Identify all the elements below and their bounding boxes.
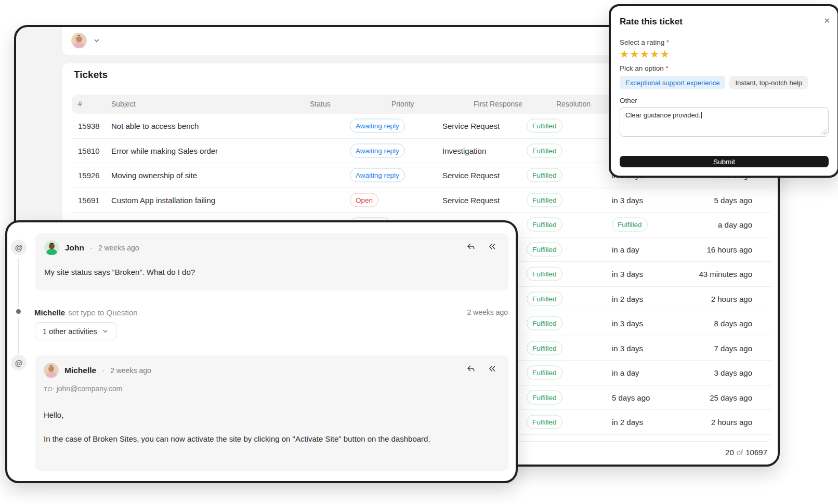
status-badge: Awaiting reply [350,119,405,133]
ticket-modified: 2 hours ago [711,418,752,427]
timeline-line [18,258,19,308]
ticket-modified: 3 days ago [714,368,752,377]
required-asterisk: * [666,38,669,46]
star-icon[interactable]: ★ [640,48,650,60]
first-response-badge: Fulfilled [527,267,562,281]
first-response-badge: Fulfilled [527,316,562,330]
ticket-resolution: in 3 days [612,270,643,278]
ticket-id: 15938 [78,122,100,130]
reply-icon[interactable] [465,363,476,374]
ticket-priority: Service Request [442,171,500,180]
activity-time: 2 weeks ago [467,308,508,316]
user-menu[interactable] [71,33,102,48]
star-icon[interactable]: ★ [650,48,660,60]
pagination-of-label: of [737,448,743,457]
message-time: 2 weeks ago [98,244,139,252]
first-response-badge: Fulfilled [527,119,562,133]
dot-separator: · [90,243,93,252]
column-header[interactable]: Status [310,95,331,114]
message-time: 2 weeks ago [110,366,151,375]
ticket-modified: 16 hours ago [706,245,752,254]
ticket-modified: a day ago [718,220,752,229]
message-greeting: Hello, [44,408,63,422]
activity-author: Michelle [34,308,65,317]
to-label: TO: [44,386,55,392]
ticket-subject: Error while making Sales order [111,146,218,155]
message-card-michelle: Michelle · 2 weeks ago TO: john@company.… [35,355,508,471]
pagination-count: 20 [725,448,734,457]
table-row[interactable]: 15691 Custom App installation failing Op… [72,188,771,213]
recipient-line: TO: john@company.com [44,384,122,393]
conversation-panel: @ John · 2 weeks ago My site sta [5,220,518,483]
modal-title: Rate this ticket [620,16,829,28]
ticket-resolution: Fulfilled [612,218,648,232]
activity-item: Michelle set type to Question 2 weeks ag… [34,306,508,319]
michelle-avatar [44,363,59,378]
ticket-priority: Service Request [442,122,500,130]
first-response-badge: Fulfilled [527,341,562,355]
close-icon[interactable]: ✕ [823,17,830,24]
ticket-resolution: in 2 days [612,294,643,303]
status-badge: Awaiting reply [350,143,405,157]
ticket-id: 15691 [78,195,100,204]
chevron-down-icon [102,328,109,335]
column-header[interactable]: Resolution [556,95,591,114]
status-badge: Awaiting reply [350,168,405,182]
first-response-badge: Fulfilled [527,168,562,182]
ticket-resolution: in a day [612,368,639,377]
to-address: john@company.com [57,384,123,393]
status-badge: Open [350,193,378,207]
option-chip[interactable]: Instant, top-notch help [729,76,808,89]
mention-at-icon: @ [11,240,27,255]
resize-handle-icon[interactable] [821,129,827,135]
message-body: My site status says “Broken”. What do I … [44,266,195,279]
reply-all-icon[interactable] [487,363,497,374]
option-label: Pick an option * [620,64,829,73]
ticket-modified: 25 days ago [710,393,752,402]
text-caret [701,112,702,118]
ticket-resolution: in 3 days [612,195,643,204]
more-activities-button[interactable]: 1 other activities [35,322,116,340]
ticket-priority: Investigation [442,146,486,155]
mention-at-icon: @ [11,355,27,370]
reply-icon[interactable] [465,241,476,251]
activity-action: set type to Question [68,308,137,317]
more-activities-label: 1 other activities [43,327,97,336]
other-textarea[interactable]: Clear guidance provided. [620,107,829,137]
ticket-resolution: in 3 days [612,319,643,328]
star-icon[interactable]: ★ [630,48,639,60]
other-textarea-value: Clear guidance provided. [625,111,701,119]
column-header[interactable]: Subject [111,95,136,114]
column-header[interactable]: Priority [391,95,414,114]
message-card-john: John · 2 weeks ago My site status says “… [35,233,508,290]
star-rating[interactable]: ★★★★★ [620,48,829,60]
ticket-subject: Custom App installation failing [111,195,215,204]
ticket-modified: 43 minutes ago [699,270,752,278]
star-icon[interactable]: ★ [660,48,670,60]
first-response-badge: Fulfilled [527,193,562,207]
ticket-id: 15926 [78,171,100,180]
rating-label: Select a rating * [620,38,829,47]
reply-all-icon[interactable] [487,241,497,251]
option-chips: Exceptional support experienceInstant, t… [620,76,829,89]
first-response-badge: Fulfilled [527,218,562,232]
resolution-badge: Fulfilled [612,218,648,232]
ticket-modified: 5 days ago [714,195,752,204]
column-header[interactable]: # [78,95,82,114]
message-body: In the case of Broken Sites, you can now… [44,432,476,446]
ticket-resolution: in 2 days [612,418,643,427]
ticket-priority: Service Request [442,195,500,204]
ticket-subject: Not able to access bench [111,122,199,130]
john-avatar [44,240,59,255]
dot-separator: · [102,366,104,375]
option-chip[interactable]: Exceptional support experience [620,76,725,89]
first-response-badge: Fulfilled [527,242,562,256]
column-header[interactable]: First Response [474,95,522,114]
chevron-down-icon [91,35,102,46]
rate-ticket-modal: Rate this ticket ✕ Select a rating * ★★★… [609,4,838,178]
other-label: Other [620,96,829,105]
ticket-subject: Moving ownership of site [111,171,197,180]
ticket-modified: 8 days ago [714,319,752,328]
submit-button[interactable]: Submit [620,156,829,167]
star-icon[interactable]: ★ [620,48,630,60]
